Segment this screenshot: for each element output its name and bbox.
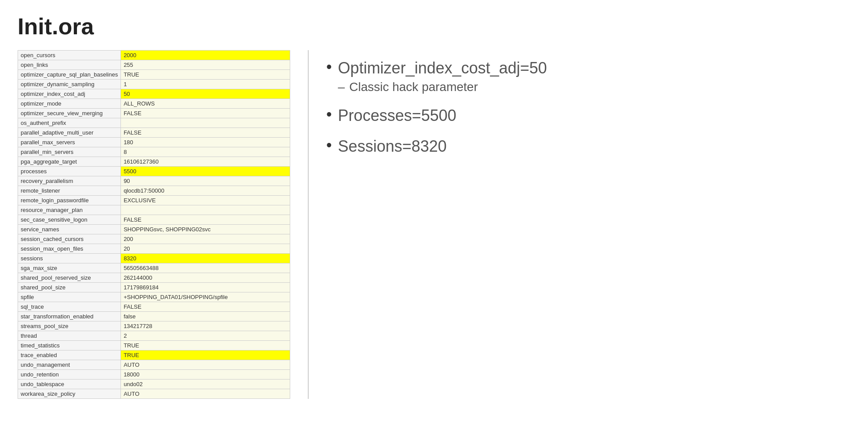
param-name: session_max_open_files xyxy=(18,244,121,254)
param-name: open_links xyxy=(18,60,121,70)
param-value: AUTO xyxy=(121,389,290,399)
param-value: 18000 xyxy=(121,370,290,380)
param-name: sga_max_size xyxy=(18,263,121,273)
bullet-sub-text: Classic hack parameter xyxy=(338,80,547,94)
table-row: remote_login_passwordfileEXCLUSIVE xyxy=(18,196,290,205)
param-value: 200 xyxy=(121,234,290,244)
param-name: remote_login_passwordfile xyxy=(18,196,121,205)
table-row: sessions8320 xyxy=(18,254,290,263)
table-row: service_namesSHOPPINGsvc, SHOPPING02svc xyxy=(18,225,290,234)
bullet-item: Sessions=8320 xyxy=(326,137,850,156)
param-name: optimizer_capture_sql_plan_baselines xyxy=(18,70,121,80)
param-name: undo_management xyxy=(18,360,121,370)
bullet-main-text: Optimizer_index_cost_adj=50 xyxy=(338,59,547,77)
table-row: trace_enabledTRUE xyxy=(18,350,290,360)
param-value: 2 xyxy=(121,331,290,341)
table-row: spfile+SHOPPING_DATA01/SHOPPING/spfile xyxy=(18,292,290,302)
table-row: workarea_size_policyAUTO xyxy=(18,389,290,399)
table-row: processes5500 xyxy=(18,167,290,176)
section-divider xyxy=(308,50,309,399)
param-name: parallel_max_servers xyxy=(18,138,121,147)
bullet-item: Processes=5500 xyxy=(326,106,850,125)
table-row: undo_managementAUTO xyxy=(18,360,290,370)
param-value: EXCLUSIVE xyxy=(121,196,290,205)
param-value: FALSE xyxy=(121,109,290,118)
param-name: optimizer_mode xyxy=(18,99,121,109)
param-name: streams_pool_size xyxy=(18,321,121,331)
param-value: FALSE xyxy=(121,302,290,312)
param-name: star_transformation_enabled xyxy=(18,312,121,321)
table-row: optimizer_index_cost_adj50 xyxy=(18,89,290,99)
param-name: shared_pool_size xyxy=(18,283,121,292)
param-value: AUTO xyxy=(121,360,290,370)
table-row: session_cached_cursors200 xyxy=(18,234,290,244)
table-row: optimizer_capture_sql_plan_baselinesTRUE xyxy=(18,70,290,80)
param-name: parallel_adaptive_multi_user xyxy=(18,128,121,138)
param-name: open_cursors xyxy=(18,51,121,60)
table-row: star_transformation_enabledfalse xyxy=(18,312,290,321)
param-value: 8320 xyxy=(121,254,290,263)
table-row: timed_statisticsTRUE xyxy=(18,341,290,350)
param-name: resource_manager_plan xyxy=(18,205,121,215)
bullet-item: Optimizer_index_cost_adj=50Classic hack … xyxy=(326,59,850,94)
table-row: parallel_min_servers8 xyxy=(18,147,290,157)
param-value: 255 xyxy=(121,60,290,70)
table-row: pga_aggregate_target16106127360 xyxy=(18,157,290,167)
param-name: sql_trace xyxy=(18,302,121,312)
bullet-main-text: Processes=5500 xyxy=(338,106,456,125)
table-row: undo_tablespaceundo02 xyxy=(18,380,290,389)
param-value: false xyxy=(121,312,290,321)
table-row: open_cursors2000 xyxy=(18,51,290,60)
table-row: undo_retention18000 xyxy=(18,370,290,380)
table-row: parallel_max_servers180 xyxy=(18,138,290,147)
param-name: processes xyxy=(18,167,121,176)
param-value: 50 xyxy=(121,89,290,99)
table-row: optimizer_secure_view_mergingFALSE xyxy=(18,109,290,118)
param-value: TRUE xyxy=(121,341,290,350)
table-row: resource_manager_plan xyxy=(18,205,290,215)
param-name: thread xyxy=(18,331,121,341)
table-row: remote_listenerqlocdb17:50000 xyxy=(18,186,290,196)
param-name: recovery_parallelism xyxy=(18,176,121,186)
param-name: parallel_min_servers xyxy=(18,147,121,157)
param-value: 56505663488 xyxy=(121,263,290,273)
param-value: 134217728 xyxy=(121,321,290,331)
table-row: parallel_adaptive_multi_userFALSE xyxy=(18,128,290,138)
table-row: recovery_parallelism90 xyxy=(18,176,290,186)
param-value: SHOPPINGsvc, SHOPPING02svc xyxy=(121,225,290,234)
table-row: os_authent_prefix xyxy=(18,118,290,128)
page-title: Init.ora xyxy=(18,13,850,40)
param-name: optimizer_dynamic_sampling xyxy=(18,80,121,89)
param-name: spfile xyxy=(18,292,121,302)
param-value: 5500 xyxy=(121,167,290,176)
param-value: 262144000 xyxy=(121,273,290,283)
table-row: sql_traceFALSE xyxy=(18,302,290,312)
param-name: os_authent_prefix xyxy=(18,118,121,128)
param-value: TRUE xyxy=(121,70,290,80)
table-row: streams_pool_size134217728 xyxy=(18,321,290,331)
table-row: open_links255 xyxy=(18,60,290,70)
table-row: thread2 xyxy=(18,331,290,341)
param-name: shared_pool_reserved_size xyxy=(18,273,121,283)
param-value: 20 xyxy=(121,244,290,254)
param-value: 180 xyxy=(121,138,290,147)
init-ora-table: open_cursors2000open_links255optimizer_c… xyxy=(18,50,290,399)
param-name: pga_aggregate_target xyxy=(18,157,121,167)
table-row: optimizer_modeALL_ROWS xyxy=(18,99,290,109)
param-name: timed_statistics xyxy=(18,341,121,350)
param-value: +SHOPPING_DATA01/SHOPPING/spfile xyxy=(121,292,290,302)
param-value: FALSE xyxy=(121,215,290,225)
param-value: 8 xyxy=(121,147,290,157)
param-name: sec_case_sensitive_logon xyxy=(18,215,121,225)
param-name: service_names xyxy=(18,225,121,234)
param-name: optimizer_secure_view_merging xyxy=(18,109,121,118)
param-name: undo_tablespace xyxy=(18,380,121,389)
param-value xyxy=(121,205,290,215)
table-row: shared_pool_size17179869184 xyxy=(18,283,290,292)
param-value: FALSE xyxy=(121,128,290,138)
param-name: optimizer_index_cost_adj xyxy=(18,89,121,99)
param-value: 2000 xyxy=(121,51,290,60)
param-value: qlocdb17:50000 xyxy=(121,186,290,196)
table-row: shared_pool_reserved_size262144000 xyxy=(18,273,290,283)
param-value: 17179869184 xyxy=(121,283,290,292)
